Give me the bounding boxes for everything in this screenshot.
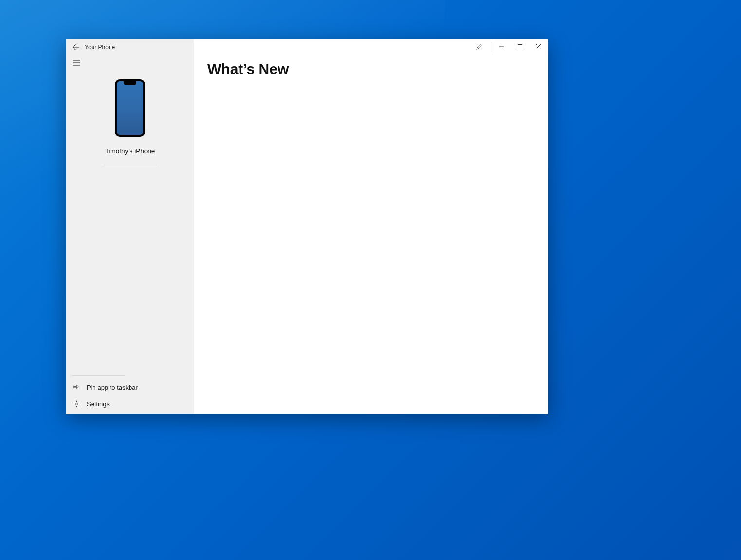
pin-app-label: Pin app to taskbar	[87, 384, 138, 391]
titlebar-left: Your Phone	[66, 39, 194, 55]
maximize-button[interactable]	[511, 39, 529, 54]
desktop-background: Your Phone Timothy's iPhone	[0, 0, 741, 560]
divider	[104, 165, 156, 165]
page-title: What’s New	[207, 61, 289, 77]
phone-image	[115, 79, 145, 137]
pin-icon	[72, 384, 81, 391]
phone-notch	[124, 81, 136, 85]
minimize-button[interactable]	[492, 39, 511, 54]
sidebar: Your Phone Timothy's iPhone	[66, 39, 194, 414]
pin-app-button[interactable]: Pin app to taskbar	[66, 379, 194, 395]
back-arrow-icon	[73, 44, 79, 51]
your-phone-window: Your Phone Timothy's iPhone	[66, 39, 548, 414]
back-button[interactable]	[70, 41, 82, 53]
close-button[interactable]	[529, 39, 548, 54]
phone-screen	[117, 81, 143, 135]
svg-rect-6	[518, 45, 522, 49]
divider	[72, 375, 125, 376]
maximize-icon	[518, 44, 522, 49]
close-icon	[536, 44, 541, 49]
minimize-icon	[499, 44, 504, 49]
main-content: What’s New	[194, 39, 548, 414]
device-name-label: Timothy's iPhone	[66, 148, 194, 155]
pen-icon	[476, 43, 482, 50]
edit-button[interactable]	[468, 39, 490, 54]
titlebar-right	[468, 39, 548, 54]
divider	[491, 42, 491, 52]
settings-button[interactable]: Settings	[66, 395, 194, 412]
sidebar-bottom: Pin app to taskbar Settings	[66, 375, 194, 414]
hamburger-icon	[73, 60, 80, 66]
hamburger-menu-button[interactable]	[66, 55, 87, 71]
svg-point-4	[75, 403, 77, 405]
gear-icon	[72, 400, 81, 408]
settings-label: Settings	[87, 400, 110, 408]
device-block: Timothy's iPhone	[66, 71, 194, 165]
app-title: Your Phone	[85, 44, 115, 51]
